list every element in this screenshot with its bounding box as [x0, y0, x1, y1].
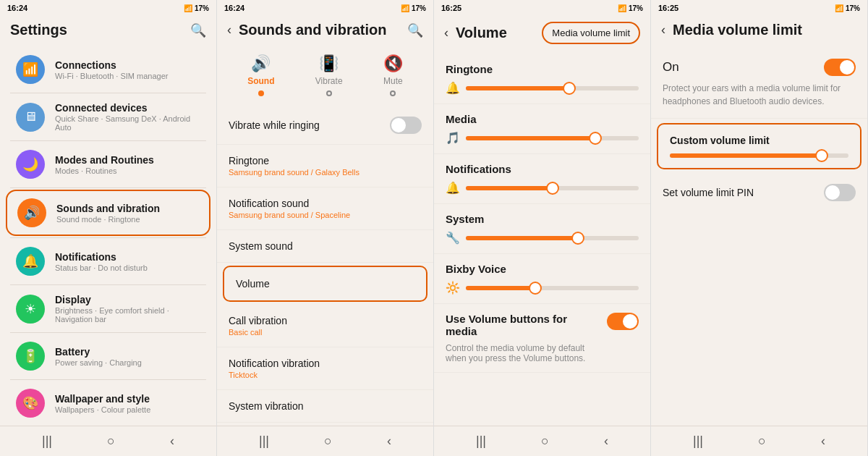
- use-media-toggle[interactable]: [607, 313, 639, 330]
- item-sub-connections: Wi-Fi · Bluetooth · SIM manager: [55, 72, 200, 80]
- status-icons-3: 📶 17%: [618, 4, 643, 12]
- settings-item-modes[interactable]: 🌙 Modes and Routines Modes · Routines: [6, 143, 210, 186]
- mvl-custom-slider[interactable]: [670, 153, 848, 158]
- settings-item-battery[interactable]: 🔋 Battery Power saving · Charging: [6, 334, 210, 378]
- mvl-custom-limit: Custom volume limit: [657, 123, 861, 169]
- vol-item-bixby: Bixby Voice 🔆: [434, 254, 650, 304]
- icon-connections: 📶: [16, 55, 45, 84]
- top-bar-left-4: ‹ Media volume limit: [661, 22, 802, 38]
- settings-item-sounds[interactable]: 🔊 Sounds and vibration Sound mode · Ring…: [6, 190, 210, 236]
- settings-item-display[interactable]: ☀ Display Brightness · Eye comfort shiel…: [6, 287, 210, 331]
- signal-icon: 📶: [184, 4, 192, 12]
- sound-item-notification-sound[interactable]: Notification sound Samsung brand sound /…: [217, 187, 433, 230]
- status-bar-2: 16:24 📶 17%: [217, 0, 433, 16]
- sound-title-ringtone: Ringtone: [229, 155, 422, 166]
- slider-fill-ringtone: [466, 86, 569, 90]
- nav-back-1[interactable]: ‹: [170, 434, 174, 449]
- mvl-desc: Protect your ears with a media volume li…: [663, 82, 856, 108]
- sound-item-call-vibration[interactable]: Call vibration Basic call: [217, 305, 433, 347]
- sound-title-call-vibration: Call vibration: [229, 315, 422, 326]
- back-button-2[interactable]: ‹: [227, 22, 231, 38]
- settings-item-connected-devices[interactable]: 🖥 Connected devices Quick Share · Samsun…: [6, 95, 210, 139]
- sound-item-notification-vibration[interactable]: Notification vibration Ticktock: [217, 347, 433, 390]
- tab-sound[interactable]: 🔊 Sound: [239, 50, 283, 101]
- item-title-notifications: Notifications: [55, 251, 200, 263]
- sound-item-volume[interactable]: Volume: [223, 266, 427, 302]
- settings-item-wallpaper[interactable]: 🎨 Wallpaper and style Wallpapers · Colou…: [6, 381, 210, 425]
- panel-volume: 16:25 📶 17% ‹ Volume Media volume limit …: [434, 0, 651, 456]
- nav-home-3[interactable]: ○: [541, 434, 549, 449]
- search-button-2[interactable]: 🔍: [407, 22, 423, 38]
- item-text-modes: Modes and Routines Modes · Routines: [55, 154, 200, 175]
- nav-home-2[interactable]: ○: [324, 434, 332, 449]
- slider-track-media: [466, 136, 639, 140]
- mvl-on-toggle[interactable]: [824, 59, 856, 76]
- panel4-title: Media volume limit: [673, 22, 802, 38]
- tab-icon-vibrate: 📳: [319, 54, 339, 73]
- nav-menu-4[interactable]: |||: [693, 434, 703, 449]
- signal-icon-4: 📶: [835, 4, 843, 12]
- item-text-battery: Battery Power saving · Charging: [55, 346, 200, 367]
- search-button-1[interactable]: 🔍: [190, 22, 206, 38]
- item-sub-connected-devices: Quick Share · Samsung DeX · Android Auto: [55, 114, 200, 132]
- status-icons-2: 📶 17%: [401, 4, 426, 12]
- back-button-4[interactable]: ‹: [661, 22, 665, 38]
- settings-item-connections[interactable]: 📶 Connections Wi-Fi · Bluetooth · SIM ma…: [6, 48, 210, 91]
- tab-mute[interactable]: 🔇 Mute: [375, 50, 412, 101]
- settings-item-notifications[interactable]: 🔔 Notifications Status bar · Do not dist…: [6, 240, 210, 283]
- sound-item-system-sound[interactable]: System sound: [217, 230, 433, 263]
- item-title-connections: Connections: [55, 59, 200, 71]
- slider-row-notifications[interactable]: 🔔: [446, 181, 639, 195]
- slider-row-system[interactable]: 🔧: [446, 231, 639, 245]
- panel3-title: Volume: [456, 25, 507, 41]
- nav-menu-3[interactable]: |||: [476, 434, 486, 449]
- slider-row-media[interactable]: 🎵: [446, 131, 639, 145]
- slider-row-bixby[interactable]: 🔆: [446, 281, 639, 295]
- mvl-pin-label: Set volume limit PIN: [663, 187, 754, 198]
- item-text-display: Display Brightness · Eye comfort shield …: [55, 294, 200, 324]
- icon-notifications: 🔔: [16, 247, 45, 276]
- slider-thumb-notifications[interactable]: [546, 182, 559, 195]
- media-volume-limit-btn[interactable]: Media volume limit: [542, 22, 640, 44]
- item-title-modes: Modes and Routines: [55, 154, 200, 166]
- slider-row-ringtone[interactable]: 🔔: [446, 81, 639, 95]
- sound-title-volume: Volume: [236, 278, 270, 290]
- tab-label-sound: Sound: [247, 76, 274, 86]
- slider-thumb-media[interactable]: [589, 132, 602, 145]
- nav-back-2[interactable]: ‹: [387, 434, 391, 449]
- mvl-slider-thumb[interactable]: [815, 149, 828, 162]
- nav-back-3[interactable]: ‹: [604, 434, 608, 449]
- nav-menu-2[interactable]: |||: [259, 434, 269, 449]
- slider-thumb-bixby[interactable]: [529, 282, 542, 295]
- slider-icon-ringtone: 🔔: [446, 81, 460, 95]
- sound-title-vibrate-while-ringing: Vibrate while ringing: [229, 119, 320, 131]
- mvl-custom-title: Custom volume limit: [670, 135, 848, 146]
- top-bar-3: ‹ Volume Media volume limit: [434, 16, 650, 48]
- back-button-3[interactable]: ‹: [444, 25, 448, 41]
- item-text-notifications: Notifications Status bar · Do not distur…: [55, 251, 200, 272]
- nav-back-4[interactable]: ‹: [821, 434, 825, 449]
- battery-text-2: 17%: [412, 4, 426, 12]
- sound-item-ringtone[interactable]: Ringtone Samsung brand sound / Galaxy Be…: [217, 145, 433, 187]
- signal-icon-3: 📶: [618, 4, 626, 12]
- sound-item-vibrate-while-ringing[interactable]: Vibrate while ringing: [217, 106, 433, 145]
- icon-battery: 🔋: [16, 342, 45, 371]
- status-icons-4: 📶 17%: [835, 4, 860, 12]
- nav-home-4[interactable]: ○: [758, 434, 766, 449]
- slider-thumb-ringtone[interactable]: [563, 82, 576, 95]
- toggle-vibrate-while-ringing[interactable]: [390, 117, 422, 134]
- tab-vibrate[interactable]: 📳 Vibrate: [307, 50, 352, 101]
- nav-menu-1[interactable]: |||: [42, 434, 52, 449]
- slider-fill-media: [466, 136, 595, 140]
- sound-title-system-sound: System sound: [229, 240, 422, 252]
- item-sub-sounds: Sound mode · Ringtone: [56, 215, 199, 224]
- use-media-text: Use Volume buttons for media Control the…: [446, 313, 600, 363]
- item-sub-display: Brightness · Eye comfort shield · Naviga…: [55, 306, 200, 324]
- slider-track-ringtone: [466, 86, 639, 90]
- mvl-pin-toggle[interactable]: [824, 184, 856, 201]
- sound-item-system-vibration[interactable]: System vibration: [217, 390, 433, 423]
- slider-thumb-system[interactable]: [571, 232, 584, 245]
- vol-item-ringtone: Ringtone 🔔: [434, 54, 650, 104]
- nav-home-1[interactable]: ○: [107, 434, 115, 449]
- item-title-wallpaper: Wallpaper and style: [55, 393, 200, 405]
